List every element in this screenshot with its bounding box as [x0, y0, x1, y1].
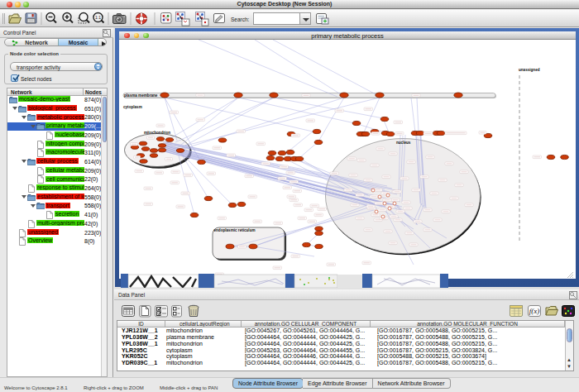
- svg-text:f(x): f(x): [529, 307, 540, 315]
- svg-text:mitochondrion: mitochondrion: [144, 131, 170, 135]
- svg-text:1:1: 1:1: [95, 15, 101, 20]
- svg-text:Search:: Search:: [231, 17, 250, 22]
- svg-text:endoplasmic reticulum: endoplasmic reticulum: [214, 228, 256, 232]
- svg-text:plasma membrane: plasma membrane: [124, 93, 158, 98]
- svg-text:cytoplasm: cytoplasm: [123, 105, 142, 109]
- svg-text:nucleus: nucleus: [396, 141, 411, 145]
- svg-text:unassigned: unassigned: [519, 68, 540, 72]
